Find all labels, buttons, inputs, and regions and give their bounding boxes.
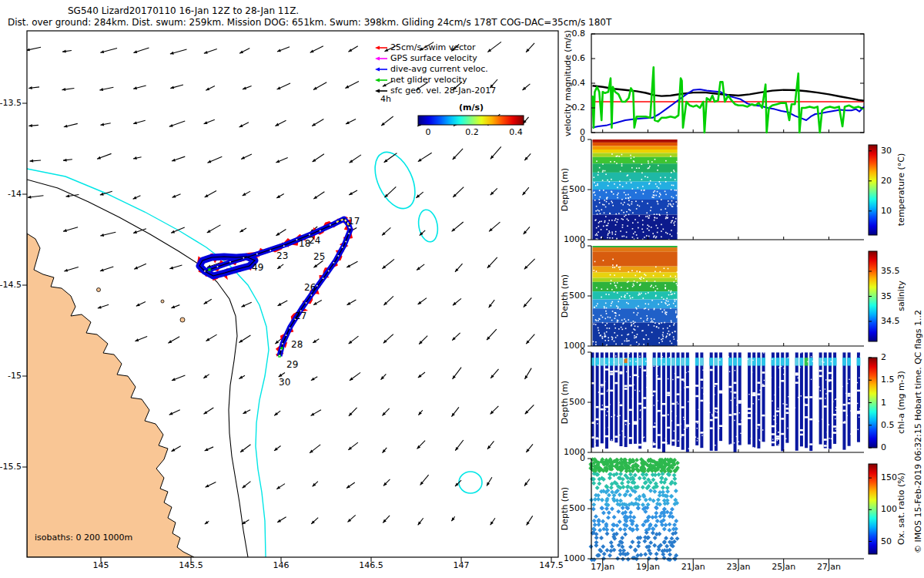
current-arrowhead <box>28 124 32 127</box>
speckle <box>725 404 726 405</box>
speckle <box>671 439 675 442</box>
oxygen-point <box>594 514 598 519</box>
temperature-colorbar-tick-label: 20 <box>881 176 892 186</box>
speckle <box>648 183 650 185</box>
speckle <box>634 421 637 423</box>
speckle <box>771 432 772 433</box>
speckle <box>686 427 687 428</box>
speckle <box>649 166 651 167</box>
speckle <box>637 204 638 206</box>
legend-colorbar-tick-label: 0.4 <box>509 127 523 137</box>
speckle <box>665 181 667 183</box>
current-arrowhead <box>203 375 207 378</box>
land-mass <box>27 234 194 557</box>
speckle <box>689 381 690 381</box>
chl-a-colorbar-tick-label: 2 <box>881 352 886 362</box>
speckle <box>719 425 722 427</box>
oxygen-point <box>668 553 672 557</box>
gps-fix-dot <box>270 250 271 251</box>
speckle <box>670 291 671 293</box>
chl-profile-column <box>762 352 765 442</box>
speckle <box>639 277 641 279</box>
speckle <box>619 181 621 183</box>
speckle <box>703 432 704 432</box>
speckle <box>608 378 609 379</box>
speckle <box>644 437 644 438</box>
speckle <box>668 290 670 291</box>
speckle <box>670 204 671 206</box>
speckle <box>788 358 788 358</box>
current-arrowhead <box>98 306 102 309</box>
salinity-band <box>592 282 677 291</box>
speckle <box>665 303 667 304</box>
speckle <box>822 361 822 361</box>
speckle <box>624 192 625 193</box>
speckle <box>728 448 732 450</box>
speckle <box>634 335 635 337</box>
speckle <box>827 441 828 442</box>
map-lon-tick-label: 145.5 <box>179 560 203 570</box>
oxygen-colorbar-tick-label: 50 <box>881 536 892 546</box>
speckle <box>626 341 628 342</box>
chl-surface-max <box>762 358 765 365</box>
speckle <box>665 194 667 196</box>
speckle <box>651 449 652 450</box>
speckle <box>648 226 650 227</box>
gps-fix-dot <box>217 266 219 267</box>
dive-number: 17 <box>348 216 360 227</box>
oxygen-point <box>637 540 641 545</box>
speckle <box>607 328 608 329</box>
chl-surface-max <box>657 358 661 365</box>
speckle <box>654 217 655 218</box>
speckle <box>609 237 611 239</box>
speckle <box>857 382 858 383</box>
speckle <box>665 301 667 302</box>
speckle <box>614 220 616 221</box>
speckle <box>813 361 814 361</box>
swim-vector-trace <box>205 217 351 355</box>
speckle <box>628 303 629 304</box>
map-lat-tick-label: -14.5 <box>0 280 22 290</box>
speckle <box>648 447 648 448</box>
speckle <box>617 197 618 199</box>
speckle <box>610 274 611 276</box>
speckle <box>731 391 732 392</box>
speckle <box>618 402 619 403</box>
speckle <box>792 398 792 399</box>
speckle <box>660 177 661 179</box>
speckle <box>642 389 643 390</box>
speckle <box>621 199 623 200</box>
speckle <box>737 396 738 397</box>
oxygen-colorbar-label: Ox. sat. ratio (%) <box>896 472 906 545</box>
speckle <box>638 215 640 217</box>
speckle <box>773 415 774 416</box>
chl-a-colorbar-tick-label: 0.5 <box>881 420 895 430</box>
speckle <box>762 384 763 385</box>
speckle <box>762 415 765 417</box>
speckle <box>603 190 604 191</box>
chl-surface-max <box>595 358 599 365</box>
chl-profile-column <box>748 352 751 444</box>
speckle <box>638 403 641 405</box>
speckle <box>665 232 667 234</box>
speckle <box>624 420 628 422</box>
gps-fix-dot <box>280 349 282 351</box>
speckle <box>597 423 598 424</box>
speckle <box>660 183 661 185</box>
speckle <box>829 424 829 425</box>
speckle <box>627 334 628 336</box>
speckle <box>723 430 724 431</box>
speckle <box>731 400 732 401</box>
speckle <box>654 195 655 197</box>
speckle <box>670 341 671 342</box>
speckle <box>642 220 644 221</box>
chl-profile-column <box>842 352 845 449</box>
speckle <box>701 388 702 388</box>
speckle <box>661 297 663 298</box>
oxygen-point <box>607 493 611 498</box>
speckle <box>723 378 724 378</box>
speckle <box>641 173 643 174</box>
speckle <box>604 334 606 336</box>
speckle <box>634 329 636 331</box>
speckle <box>757 424 760 426</box>
